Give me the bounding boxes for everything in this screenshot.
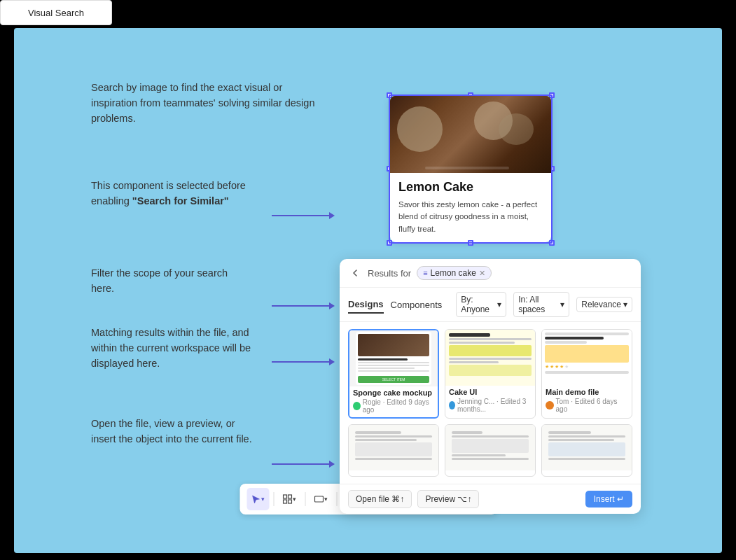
preview-button[interactable]: Preview ⌥↑ xyxy=(417,490,479,508)
card-description: Savor this zesty lemon cake - a perfect … xyxy=(398,199,543,235)
results-for-label: Results for xyxy=(368,268,411,279)
card-image xyxy=(390,96,551,173)
svg-rect-1 xyxy=(288,495,291,498)
item-1-name: Cake UI xyxy=(449,388,532,396)
tab-designs[interactable]: Designs xyxy=(348,296,384,314)
item-0-meta: Rogie · Edited 9 days ago xyxy=(363,398,434,414)
arrow-4 xyxy=(272,461,335,468)
tag-close-icon[interactable]: ✕ xyxy=(479,269,485,278)
results-panel: Results for ≡ Lemon cake ✕ Designs Compo… xyxy=(340,259,641,514)
item-1-meta: Jenning C... · Edited 3 months... xyxy=(457,398,532,413)
item-2-meta: Tom · Edited 6 days ago xyxy=(556,398,628,413)
svg-rect-4 xyxy=(314,496,323,502)
arrow-1 xyxy=(272,212,335,219)
selected-component-card[interactable]: Lemon Cake Savor this zesty lemon cake -… xyxy=(390,96,551,242)
arrow-2 xyxy=(272,302,335,309)
annotation-results: Matching results within the file, and wi… xyxy=(91,326,252,371)
insert-button[interactable]: Insert ↵ xyxy=(585,491,632,507)
grid-item-5[interactable] xyxy=(541,424,632,477)
grid-item-0[interactable]: SELECT ITEM Sponge cake mockup Rogie · E… xyxy=(348,329,439,419)
toolbar-grid[interactable]: ▾ xyxy=(278,488,300,510)
thumb-2: ★ ★ ★ ★ ★ xyxy=(542,330,632,386)
avatar-0 xyxy=(353,402,361,410)
open-file-button[interactable]: Open file ⌘↑ xyxy=(348,490,412,508)
filter-by-anyone[interactable]: By: Anyone ▾ xyxy=(456,292,506,317)
divider-1 xyxy=(273,492,274,506)
panel-header: Results for ≡ Lemon cake ✕ xyxy=(340,259,641,288)
back-button[interactable] xyxy=(348,266,362,280)
annotation-actions: Open the file, view a preview, or insert… xyxy=(91,416,252,447)
divider-3 xyxy=(336,492,337,506)
filter-relevance[interactable]: Relevance ▾ xyxy=(576,297,632,312)
filter-in-spaces[interactable]: In: All spaces ▾ xyxy=(513,292,569,317)
grid-item-2[interactable]: ★ ★ ★ ★ ★ Main demo file Tom · Edited 6 … xyxy=(541,329,632,419)
title-bar: Visual Search xyxy=(0,0,112,25)
item-2-name: Main demo file xyxy=(546,388,628,396)
grid-item-4[interactable] xyxy=(445,424,536,477)
item-0-name: Sponge cake mockup xyxy=(353,388,434,397)
grid-item-1[interactable]: Cake UI Jenning C... · Edited 3 months..… xyxy=(445,329,536,419)
handle-bm[interactable] xyxy=(468,240,473,246)
tag-icon: ≡ xyxy=(423,269,427,277)
grid-item-3[interactable] xyxy=(348,424,439,477)
canvas: Search by image to find the exact visual… xyxy=(14,28,722,553)
toolbar-cursor[interactable]: ▾ xyxy=(247,488,269,510)
avatar-2 xyxy=(546,401,554,410)
handle-br[interactable] xyxy=(549,240,555,246)
arrow-3 xyxy=(272,358,335,365)
tag-text: Lemon cake xyxy=(431,268,476,278)
search-tag[interactable]: ≡ Lemon cake ✕ xyxy=(417,266,492,280)
card-body: Lemon Cake Savor this zesty lemon cake -… xyxy=(390,173,551,242)
svg-rect-2 xyxy=(283,500,286,503)
panel-footer: Open file ⌘↑ Preview ⌥↑ Insert ↵ xyxy=(340,484,641,514)
title-bar-text: Visual Search xyxy=(28,8,84,18)
toolbar-rect[interactable]: ▾ xyxy=(310,488,332,510)
thumb-0: SELECT ITEM xyxy=(349,330,438,386)
card-title: Lemon Cake xyxy=(398,180,543,195)
avatar-1 xyxy=(449,401,455,410)
annotation-filter: Filter the scope of your search here. xyxy=(91,266,252,297)
svg-rect-0 xyxy=(283,495,286,498)
annotation-intro: Search by image to find the exact visual… xyxy=(91,80,322,126)
tab-components[interactable]: Components xyxy=(391,297,443,313)
svg-rect-3 xyxy=(288,500,291,503)
divider-2 xyxy=(305,492,305,506)
panel-filters: Designs Components By: Anyone ▾ In: All … xyxy=(340,288,641,322)
thumb-1 xyxy=(445,330,535,386)
annotation-component-select: This component is selected before enabli… xyxy=(91,178,252,209)
results-grid: SELECT ITEM Sponge cake mockup Rogie · E… xyxy=(340,322,641,484)
handle-bl[interactable] xyxy=(387,240,392,246)
